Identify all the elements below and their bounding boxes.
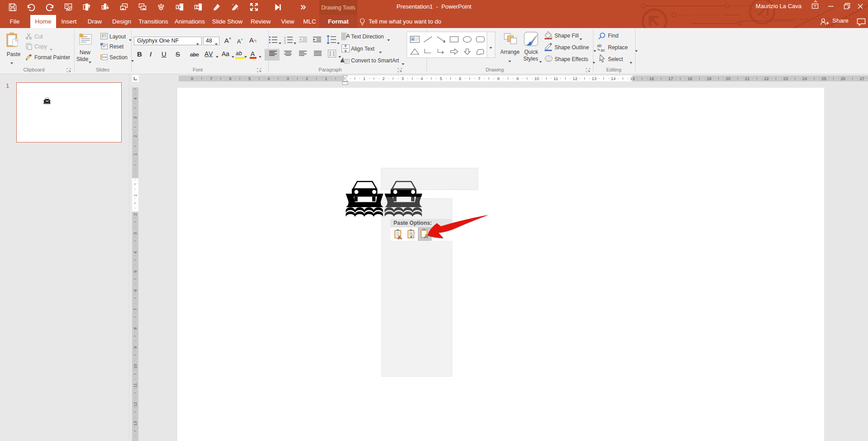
svg-text:5: 5 [440,76,442,81]
svg-text:A: A [412,38,414,41]
svg-text:4: 4 [267,76,270,81]
svg-text:1: 1 [133,153,138,155]
svg-text:5: 5 [248,76,251,81]
svg-text:8: 8 [191,76,193,81]
svg-text:10: 10 [133,364,138,369]
svg-text:3: 3 [133,232,138,234]
svg-text:16: 16 [649,76,654,81]
svg-text:26: 26 [841,76,846,81]
svg-text:1: 1 [363,76,365,81]
svg-text:ac: ac [601,48,605,52]
svg-text:1: 1 [133,194,138,196]
svg-text:6: 6 [133,289,138,291]
svg-text:ab: ab [597,43,602,48]
svg-text:8: 8 [133,327,138,329]
svg-text:18: 18 [688,76,693,81]
svg-text:23: 23 [783,76,788,81]
svg-text:9: 9 [517,76,519,81]
svg-text:1: 1 [325,76,327,81]
svg-text:25: 25 [821,76,826,81]
svg-text:2: 2 [133,213,138,215]
svg-text:5: 5 [133,270,138,272]
svg-text:a: a [398,234,400,239]
svg-text:12: 12 [133,402,138,407]
svg-text:2: 2 [133,135,138,137]
svg-text:11: 11 [554,76,558,81]
svg-text:7: 7 [210,76,212,81]
svg-text:15: 15 [630,76,635,81]
svg-text:3: 3 [284,42,286,44]
svg-text:13: 13 [592,76,597,81]
svg-text:10: 10 [534,76,539,81]
svg-text:4: 4 [421,76,423,81]
svg-text:3: 3 [287,76,289,81]
svg-text:20: 20 [726,76,731,81]
svg-text:22: 22 [764,76,769,81]
svg-text:9: 9 [133,346,138,348]
svg-text:4: 4 [133,97,138,100]
svg-text:12: 12 [573,76,578,81]
svg-text:13: 13 [133,421,138,426]
svg-text:17: 17 [669,76,674,81]
svg-text:21: 21 [745,76,750,81]
svg-text:8: 8 [497,76,499,81]
svg-text:3: 3 [402,76,404,81]
svg-text:14: 14 [611,76,616,81]
svg-text:11: 11 [133,383,138,388]
svg-text:7: 7 [478,76,480,81]
svg-text:24: 24 [802,76,807,81]
svg-text:2: 2 [382,76,384,81]
svg-text:A: A [346,33,350,39]
svg-text:6: 6 [459,76,461,81]
svg-text:7: 7 [133,308,138,310]
svg-text:6: 6 [229,76,232,81]
svg-text:19: 19 [707,76,711,81]
svg-text:2: 2 [306,76,308,81]
svg-text:3: 3 [133,116,138,119]
svg-text:4: 4 [133,251,138,253]
svg-text:27: 27 [860,76,865,81]
